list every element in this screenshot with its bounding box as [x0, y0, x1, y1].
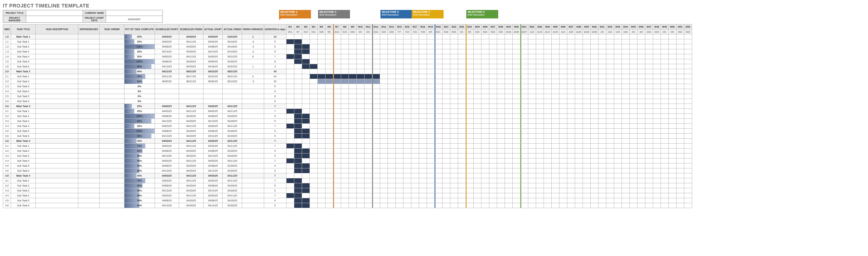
gantt-cell[interactable] — [544, 84, 551, 89]
gantt-cell[interactable] — [614, 74, 622, 79]
gantt-cell[interactable] — [505, 39, 512, 44]
gantt-cell[interactable] — [653, 59, 661, 64]
gantt-cell[interactable] — [629, 39, 637, 44]
gantt-cell[interactable] — [606, 134, 614, 139]
gantt-cell[interactable] — [364, 158, 372, 163]
gantt-cell[interactable] — [294, 203, 302, 208]
cell-actual-start[interactable]: 04/03/25 — [203, 158, 223, 163]
gantt-cell[interactable] — [520, 178, 528, 183]
gantt-cell[interactable] — [497, 94, 505, 99]
cell-duration[interactable]: 3 — [264, 64, 286, 69]
gantt-cell[interactable] — [450, 129, 458, 134]
gantt-cell[interactable] — [520, 99, 528, 104]
gantt-cell[interactable] — [427, 34, 434, 39]
gantt-cell[interactable] — [341, 99, 349, 104]
gantt-cell[interactable] — [551, 163, 559, 168]
cell-actual-start[interactable]: 04/13/25 — [203, 188, 223, 193]
gantt-cell[interactable] — [302, 104, 310, 109]
gantt-cell[interactable] — [434, 168, 442, 173]
gantt-cell[interactable] — [325, 79, 333, 84]
gantt-cell[interactable] — [442, 114, 450, 119]
cell-actual-start[interactable]: 04/03/25 — [203, 34, 223, 39]
gantt-cell[interactable] — [505, 139, 512, 144]
gantt-cell[interactable] — [544, 203, 551, 208]
gantt-cell[interactable] — [450, 168, 458, 173]
cell-actual-start[interactable]: 04/13/25 — [203, 49, 223, 54]
gantt-cell[interactable] — [497, 144, 505, 149]
gantt-cell[interactable] — [395, 49, 403, 54]
gantt-cell[interactable] — [497, 99, 505, 104]
gantt-cell[interactable] — [395, 109, 403, 114]
gantt-cell[interactable] — [528, 124, 536, 129]
gantt-cell[interactable] — [372, 119, 380, 124]
gantt-cell[interactable] — [325, 49, 333, 54]
cell-task-desc[interactable] — [36, 104, 78, 109]
gantt-cell[interactable] — [302, 203, 310, 208]
cell-task-desc[interactable] — [36, 114, 78, 119]
gantt-cell[interactable] — [450, 198, 458, 203]
gantt-cell[interactable] — [427, 198, 434, 203]
gantt-cell[interactable] — [341, 54, 349, 59]
gantt-cell[interactable] — [481, 89, 489, 94]
gantt-cell[interactable] — [559, 34, 567, 39]
gantt-cell[interactable] — [676, 173, 684, 178]
gantt-cell[interactable] — [419, 154, 427, 158]
gantt-cell[interactable] — [512, 59, 520, 64]
gantt-cell[interactable] — [676, 109, 684, 114]
gantt-cell[interactable] — [458, 99, 466, 104]
cell-task-desc[interactable] — [36, 154, 78, 158]
gantt-cell[interactable] — [668, 168, 676, 173]
gantt-cell[interactable] — [466, 178, 473, 183]
gantt-cell[interactable] — [473, 69, 481, 74]
cell-task-title[interactable]: Sub Task 2 — [11, 79, 36, 84]
gantt-cell[interactable] — [622, 168, 629, 173]
gantt-cell[interactable] — [653, 158, 661, 163]
gantt-cell[interactable] — [302, 134, 310, 139]
gantt-cell[interactable] — [333, 198, 341, 203]
gantt-cell[interactable] — [403, 168, 411, 173]
gantt-cell[interactable] — [434, 119, 442, 124]
cell-sched-start[interactable]: 04/03/25 — [155, 39, 179, 44]
gantt-cell[interactable] — [536, 203, 544, 208]
gantt-cell[interactable] — [466, 49, 473, 54]
gantt-cell[interactable] — [427, 119, 434, 124]
gantt-cell[interactable] — [411, 89, 419, 94]
gantt-cell[interactable] — [629, 178, 637, 183]
gantt-cell[interactable] — [629, 154, 637, 158]
gantt-cell[interactable] — [645, 144, 653, 149]
gantt-cell[interactable] — [403, 124, 411, 129]
gantt-cell[interactable] — [614, 114, 622, 119]
gantt-cell[interactable] — [349, 64, 356, 69]
gantt-cell[interactable] — [536, 144, 544, 149]
gantt-cell[interactable] — [411, 59, 419, 64]
gantt-cell[interactable] — [466, 193, 473, 198]
gantt-cell[interactable] — [622, 144, 629, 149]
cell-task-desc[interactable] — [36, 89, 78, 94]
cell-duration[interactable]: 5 — [264, 203, 286, 208]
gantt-cell[interactable] — [333, 34, 341, 39]
cell-duration[interactable]: 9 — [264, 129, 286, 134]
gantt-cell[interactable] — [528, 74, 536, 79]
gantt-cell[interactable] — [598, 39, 606, 44]
gantt-cell[interactable] — [349, 109, 356, 114]
gantt-cell[interactable] — [520, 168, 528, 173]
gantt-cell[interactable] — [364, 168, 372, 173]
gantt-cell[interactable] — [458, 203, 466, 208]
gantt-cell[interactable] — [349, 163, 356, 168]
gantt-cell[interactable] — [536, 168, 544, 173]
gantt-cell[interactable] — [614, 168, 622, 173]
gantt-cell[interactable] — [684, 114, 692, 119]
gantt-cell[interactable] — [427, 94, 434, 99]
cell-owner[interactable] — [100, 203, 124, 208]
gantt-cell[interactable] — [668, 79, 676, 84]
gantt-cell[interactable] — [302, 89, 310, 94]
gantt-cell[interactable] — [317, 144, 325, 149]
gantt-cell[interactable] — [645, 203, 653, 208]
gantt-cell[interactable] — [341, 154, 349, 158]
gantt-cell[interactable] — [473, 139, 481, 144]
gantt-cell[interactable] — [497, 163, 505, 168]
cell-finish-var[interactable] — [242, 109, 264, 114]
gantt-cell[interactable] — [528, 79, 536, 84]
cell-sched-finish[interactable] — [179, 84, 204, 89]
gantt-cell[interactable] — [434, 94, 442, 99]
